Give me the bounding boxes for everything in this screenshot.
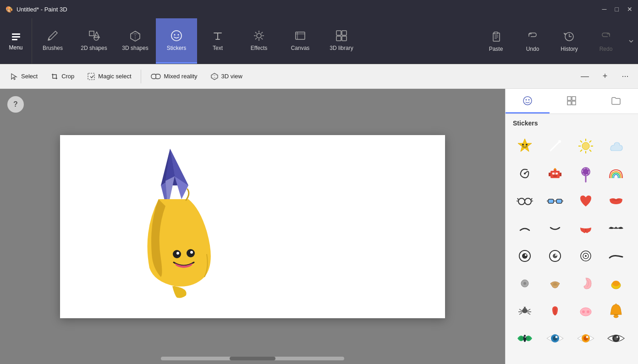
sticker-gold-shape[interactable] (604, 272, 628, 295)
menu-button[interactable]: Menu (0, 18, 32, 64)
minimize-button[interactable]: ─ (602, 5, 607, 13)
toolbar-item-text[interactable]: Text (197, 18, 238, 64)
tab-stickers[interactable] (506, 89, 550, 114)
sticker-spiral[interactable] (513, 162, 537, 185)
close-button[interactable]: ✕ (627, 5, 632, 13)
text-label: Text (213, 45, 223, 51)
more-options-button[interactable]: ··· (617, 68, 633, 85)
sticker-ear[interactable] (574, 272, 598, 295)
toolbar-item-brushes[interactable]: Brushes (32, 18, 73, 64)
titlebar-title: 🎨 Untitled* - Paint 3D (6, 6, 67, 13)
svg-point-96 (553, 254, 557, 258)
sticker-gold-eye[interactable] (574, 326, 598, 350)
sticker-pig-nose[interactable] (574, 299, 598, 323)
zoom-in-button[interactable]: + (597, 68, 613, 85)
svg-line-66 (589, 150, 591, 152)
canvas-area[interactable]: ? (0, 89, 505, 364)
sticker-lollipop[interactable] (574, 162, 598, 185)
redo-button[interactable]: Redo (588, 18, 624, 64)
sticker-blue-eye[interactable] (543, 326, 567, 350)
paste-icon (490, 30, 502, 43)
svg-point-136 (616, 336, 618, 338)
svg-line-65 (580, 141, 582, 142)
svg-point-3 (48, 38, 50, 40)
sticker-cat-eye[interactable] (513, 326, 537, 350)
sticker-look-eye[interactable] (604, 326, 628, 350)
sticker-glasses[interactable] (513, 189, 537, 213)
toolbar-item-effects[interactable]: Effects (238, 18, 280, 64)
expand-button[interactable] (624, 38, 638, 44)
sticker-robot[interactable] (543, 162, 567, 185)
svg-point-110 (523, 307, 524, 309)
toolbar-right: Paste Undo History Redo (478, 18, 638, 64)
sticker-tongue[interactable] (574, 217, 598, 240)
canvas-scrollbar[interactable] (161, 357, 344, 360)
svg-point-111 (526, 307, 527, 309)
magic-select-button[interactable]: Magic select (82, 70, 137, 83)
right-panel: Stickers (505, 89, 638, 364)
svg-rect-50 (567, 97, 571, 100)
sticker-sunglasses[interactable] (543, 189, 567, 213)
svg-line-16 (261, 38, 263, 39)
maximize-button[interactable]: □ (615, 5, 619, 13)
svg-rect-27 (494, 32, 498, 34)
svg-rect-0 (12, 33, 20, 35)
sticker-eye2[interactable] (543, 244, 567, 268)
svg-rect-19 (296, 32, 305, 39)
sticker-button-nose[interactable] (513, 272, 537, 295)
sticker-smile-mouth[interactable] (543, 217, 567, 240)
svg-line-68 (580, 150, 582, 152)
sticker-mustache[interactable] (604, 217, 628, 240)
svg-rect-77 (560, 173, 561, 176)
svg-point-49 (528, 99, 530, 100)
help-button[interactable]: ? (7, 96, 24, 113)
stickers-label: Stickers (167, 45, 187, 51)
sticker-tongue2[interactable] (543, 299, 567, 323)
sticker-rainbow[interactable] (604, 162, 628, 185)
svg-point-56 (526, 144, 528, 146)
svg-point-48 (526, 99, 527, 100)
sticker-star-face[interactable] (513, 134, 537, 158)
toolbar-item-3d-shapes[interactable]: 3D shapes (115, 18, 156, 64)
svg-line-114 (519, 313, 522, 315)
tab-folder[interactable] (594, 89, 638, 114)
toolbar-item-2d-shapes[interactable]: 2D shapes (73, 18, 115, 64)
sticker-rocket[interactable] (543, 134, 567, 158)
history-button[interactable]: History (551, 18, 588, 64)
zoom-out-button[interactable]: — (577, 68, 593, 85)
svg-line-18 (255, 38, 257, 39)
3d-view-button[interactable]: 3D view (205, 70, 248, 83)
svg-rect-76 (549, 173, 550, 176)
sticker-heart[interactable] (574, 189, 598, 213)
svg-rect-1 (12, 36, 20, 38)
sticker-spider[interactable] (513, 299, 537, 323)
app-icon: 🎨 (6, 6, 13, 13)
effects-icon (253, 29, 265, 42)
sticker-dog-nose[interactable] (543, 272, 567, 295)
svg-line-67 (589, 141, 591, 142)
drawing-canvas[interactable] (60, 135, 445, 318)
sticker-eye1[interactable] (513, 244, 537, 268)
sticker-lips[interactable] (604, 189, 628, 213)
mixed-reality-button[interactable]: Mixed reality (145, 70, 203, 83)
toolbar-item-3d-library[interactable]: 3D library (321, 18, 362, 64)
svg-marker-54 (518, 139, 532, 152)
crop-icon (50, 72, 59, 81)
toolbar-item-stickers[interactable]: Stickers (156, 18, 197, 64)
svg-point-97 (555, 254, 557, 256)
sticker-cloud[interactable] (604, 134, 628, 158)
paste-button[interactable]: Paste (478, 18, 514, 64)
toolbar-item-canvas[interactable]: Canvas (280, 18, 321, 64)
select-button[interactable]: Select (5, 70, 43, 83)
sticker-eyebrow[interactable] (604, 244, 628, 268)
undo-button[interactable]: Undo (514, 18, 551, 64)
crop-button[interactable]: Crop (45, 70, 80, 83)
sticker-bell[interactable] (604, 299, 628, 323)
sticker-eye3[interactable] (574, 244, 598, 268)
svg-marker-34 (211, 73, 218, 80)
tab-shapes[interactable] (550, 89, 594, 114)
sticker-sad-mouth[interactable] (513, 217, 537, 240)
sticker-sun[interactable] (574, 134, 598, 158)
svg-line-58 (550, 141, 560, 151)
svg-point-8 (174, 34, 176, 36)
